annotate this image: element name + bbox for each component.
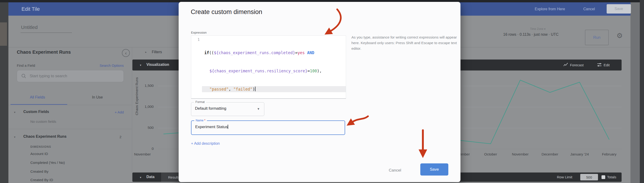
- left-strip-patch: [0, 22, 7, 46]
- tab-all-fields[interactable]: All Fields: [30, 95, 45, 100]
- chart-y-axis-title: Chaos Experiment Runs: [135, 108, 139, 115]
- tile-title-underline: [20, 32, 72, 33]
- custom-fields-section[interactable]: Custom Fields: [23, 110, 49, 114]
- add-custom-field-link[interactable]: + Add: [108, 110, 124, 114]
- expression-label: Expression: [191, 31, 207, 34]
- field-account-id[interactable]: Account ID: [30, 152, 48, 156]
- dialog-save-button[interactable]: Save: [420, 164, 448, 176]
- name-label: Name *: [194, 119, 207, 122]
- visualization-section-header[interactable]: Visualization: [146, 62, 169, 67]
- x-label-january: January '24: [570, 152, 589, 156]
- header-save-button[interactable]: Save: [607, 4, 631, 14]
- tile-title-input[interactable]: Untitled: [21, 24, 38, 30]
- dropdown-caret-icon: ▼: [257, 107, 260, 111]
- right-gutter: [630, 2, 640, 183]
- x-label-november: November: [512, 152, 529, 156]
- filters-section-header[interactable]: Filters: [152, 50, 162, 54]
- code-line-1: if((${chaos_experiment_runs.completed}=y…: [202, 50, 346, 56]
- field-search-box[interactable]: [17, 70, 124, 82]
- name-field[interactable]: Name * Experiment Status: [191, 120, 345, 135]
- edit-viz-button[interactable]: Edit: [604, 63, 610, 67]
- forecast-button[interactable]: Forecast: [570, 63, 584, 67]
- search-icon: [21, 74, 26, 79]
- query-stats: 16 rows · 0.113s · just now · UTC: [503, 32, 550, 37]
- format-select[interactable]: Format Default formatting ▼: [191, 102, 264, 116]
- explore-from-here-link[interactable]: Explore from Here: [535, 7, 565, 11]
- code-line-2: ${chaos_experiment_runs.resiliency_score…: [202, 68, 346, 74]
- required-asterisk: *: [204, 119, 206, 122]
- tab-border: [8, 105, 132, 105]
- field-completed[interactable]: Completed (Yes / No): [30, 160, 65, 165]
- y-tick-500: 500: [131, 126, 154, 130]
- y-tick-1500: 1,500: [131, 84, 154, 88]
- totals-label: Totals: [607, 175, 616, 179]
- edit-tile-title: Edit Tile: [22, 6, 40, 12]
- format-value: Default formatting: [195, 106, 226, 111]
- timezone-selector[interactable]: Time Zone ▾: [530, 27, 546, 30]
- results-tab-label: Results: [168, 175, 180, 179]
- data-section-header[interactable]: Data: [146, 175, 154, 179]
- caret-down-icon[interactable]: ▾: [14, 111, 16, 114]
- field-created-by-id[interactable]: Created By ID: [30, 178, 53, 182]
- edit-sliders-icon: [597, 63, 602, 67]
- expression-code[interactable]: if((${chaos_experiment_runs.completed}=y…: [202, 36, 346, 98]
- code-line-3: "passed", "failed"): [202, 86, 346, 92]
- expression-editor[interactable]: 1 if((${chaos_experiment_runs.completed}…: [191, 36, 346, 99]
- find-a-field-label: Find a Field: [17, 64, 35, 68]
- x-label-november-left: November: [134, 152, 151, 156]
- right-dark-strip: [640, 0, 644, 183]
- totals-checkbox[interactable]: [602, 175, 605, 179]
- field-search-input[interactable]: [29, 74, 114, 79]
- sidebar-divider: [132, 47, 132, 183]
- caret-down-icon[interactable]: ▾: [14, 136, 16, 139]
- collapse-sidebar-button[interactable]: ‹: [122, 49, 130, 57]
- x-label-december: December: [542, 152, 558, 156]
- name-value: Experiment Status: [195, 125, 228, 129]
- gear-icon[interactable]: ⚙: [616, 32, 623, 40]
- fields-in-use-count: 2: [114, 135, 122, 139]
- forecast-icon: [564, 63, 568, 67]
- row-limit-input[interactable]: 500: [580, 174, 598, 180]
- x-label-february: February: [602, 152, 616, 156]
- add-description-link[interactable]: + Add description: [191, 142, 220, 146]
- y-tick-1000: 1,000: [131, 104, 154, 109]
- x-label-october: October: [484, 152, 497, 156]
- sidebar-view-title: Chaos Experiment Runs: [17, 50, 71, 55]
- field-created-by[interactable]: Created By: [30, 170, 48, 174]
- expression-help-text: As you type, assistance for writing corr…: [352, 34, 458, 51]
- caret-down-icon[interactable]: ▾: [140, 64, 141, 67]
- line-number: 1: [191, 36, 202, 98]
- search-options-link[interactable]: Search Options: [86, 64, 124, 68]
- create-custom-dimension-dialog: Create custom dimension Expression 1 if(…: [179, 2, 460, 182]
- y-tick-0: 0: [131, 146, 154, 151]
- row-limit-label: Row Limit: [557, 175, 572, 179]
- screenshot-frame: Edit Tile Explore from Here Cancel Save …: [0, 0, 644, 183]
- sidebar-section-divider: [8, 129, 132, 129]
- caret-down-icon[interactable]: ▾: [140, 176, 141, 179]
- chevron-down-icon: ▾: [544, 27, 546, 30]
- tab-in-use[interactable]: In Use: [92, 95, 103, 100]
- format-label: Format: [194, 100, 206, 104]
- dialog-title: Create custom dimension: [191, 8, 262, 16]
- caret-right-icon[interactable]: ▸: [145, 50, 147, 54]
- run-button[interactable]: Run: [585, 30, 609, 45]
- view-section[interactable]: Chaos Experiment Runs: [23, 134, 66, 139]
- no-custom-fields-text: No custom fields: [30, 120, 56, 124]
- header-cancel-link[interactable]: Cancel: [583, 7, 595, 11]
- chevron-left-icon: ‹: [125, 50, 127, 56]
- dialog-cancel-button[interactable]: Cancel: [389, 168, 401, 173]
- text-cursor: [228, 125, 228, 129]
- dimensions-group-label: DIMENSIONS: [30, 145, 51, 148]
- text-cursor: [255, 86, 256, 91]
